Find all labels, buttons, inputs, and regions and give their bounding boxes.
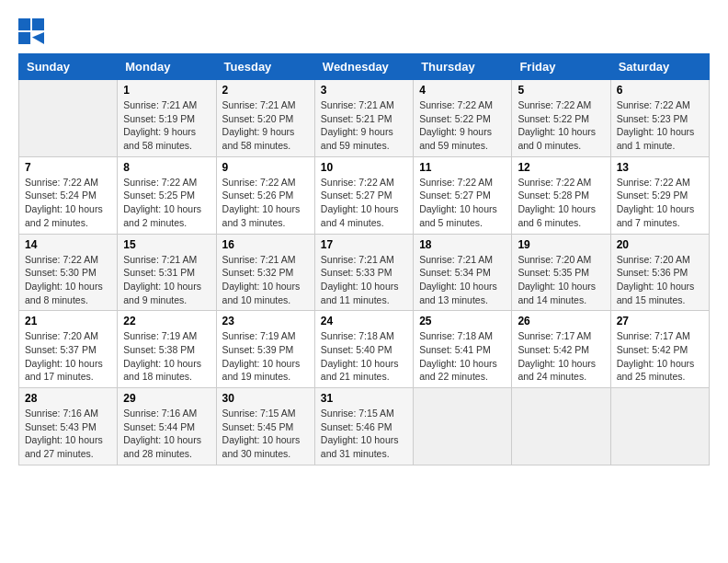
calendar-cell: 27Sunrise: 7:17 AM Sunset: 5:42 PM Dayli… [610,311,709,388]
calendar-cell: 5Sunrise: 7:22 AM Sunset: 5:22 PM Daylig… [512,80,610,157]
day-info: Sunrise: 7:22 AM Sunset: 5:27 PM Dayligh… [419,176,506,230]
day-info: Sunrise: 7:19 AM Sunset: 5:39 PM Dayligh… [222,329,309,384]
day-info: Sunrise: 7:17 AM Sunset: 5:42 PM Dayligh… [518,329,604,384]
calendar-cell: 13Sunrise: 7:22 AM Sunset: 5:29 PM Dayli… [610,156,709,234]
day-info: Sunrise: 7:16 AM Sunset: 5:44 PM Dayligh… [123,407,210,461]
day-number: 28 [25,392,111,405]
day-number: 5 [518,84,604,97]
day-number: 14 [25,238,111,251]
calendar-cell: 10Sunrise: 7:22 AM Sunset: 5:27 PM Dayli… [314,156,413,234]
day-info: Sunrise: 7:22 AM Sunset: 5:28 PM Dayligh… [518,176,604,230]
calendar-cell: 17Sunrise: 7:21 AM Sunset: 5:33 PM Dayli… [314,234,413,311]
day-number: 12 [518,161,604,174]
calendar-week-1: 1Sunrise: 7:21 AM Sunset: 5:19 PM Daylig… [19,80,710,157]
calendar-cell [19,80,118,157]
calendar-header-row: SundayMondayTuesdayWednesdayThursdayFrid… [19,54,710,80]
calendar-cell: 28Sunrise: 7:16 AM Sunset: 5:43 PM Dayli… [19,388,118,465]
calendar-cell: 20Sunrise: 7:20 AM Sunset: 5:36 PM Dayli… [610,234,709,311]
day-number: 26 [518,315,604,327]
calendar-cell: 14Sunrise: 7:22 AM Sunset: 5:30 PM Dayli… [19,234,118,311]
day-number: 13 [617,161,703,174]
day-info: Sunrise: 7:15 AM Sunset: 5:46 PM Dayligh… [321,407,407,461]
day-info: Sunrise: 7:21 AM Sunset: 5:34 PM Dayligh… [419,253,506,307]
day-info: Sunrise: 7:21 AM Sunset: 5:19 PM Dayligh… [123,98,210,153]
calendar-cell: 6Sunrise: 7:22 AM Sunset: 5:23 PM Daylig… [610,80,709,157]
day-number: 7 [25,161,111,174]
day-number: 20 [617,238,703,251]
calendar-cell: 18Sunrise: 7:21 AM Sunset: 5:34 PM Dayli… [414,234,512,311]
day-number: 30 [222,392,309,405]
calendar-cell: 30Sunrise: 7:15 AM Sunset: 5:45 PM Dayli… [216,388,314,465]
column-header-friday: Friday [512,54,610,80]
day-number: 17 [321,238,407,251]
calendar-cell: 7Sunrise: 7:22 AM Sunset: 5:24 PM Daylig… [19,156,118,234]
logo-icon [18,18,44,44]
day-number: 4 [419,84,506,97]
day-number: 22 [123,315,210,327]
day-number: 29 [123,392,210,405]
svg-rect-0 [18,18,30,30]
day-info: Sunrise: 7:18 AM Sunset: 5:40 PM Dayligh… [321,329,407,384]
day-info: Sunrise: 7:22 AM Sunset: 5:30 PM Dayligh… [25,253,111,307]
svg-marker-3 [32,32,44,44]
calendar-cell: 8Sunrise: 7:22 AM Sunset: 5:25 PM Daylig… [118,156,216,234]
day-info: Sunrise: 7:20 AM Sunset: 5:36 PM Dayligh… [617,253,703,307]
calendar-cell: 19Sunrise: 7:20 AM Sunset: 5:35 PM Dayli… [512,234,610,311]
day-number: 18 [419,238,506,251]
day-info: Sunrise: 7:18 AM Sunset: 5:41 PM Dayligh… [419,329,506,384]
day-number: 21 [25,315,111,327]
calendar-cell: 3Sunrise: 7:21 AM Sunset: 5:21 PM Daylig… [314,80,413,157]
day-number: 2 [222,84,309,97]
column-header-saturday: Saturday [610,54,709,80]
calendar-cell: 9Sunrise: 7:22 AM Sunset: 5:26 PM Daylig… [216,156,314,234]
day-number: 6 [617,84,703,97]
calendar-table: SundayMondayTuesdayWednesdayThursdayFrid… [18,53,710,465]
day-info: Sunrise: 7:17 AM Sunset: 5:42 PM Dayligh… [617,329,703,384]
column-header-wednesday: Wednesday [314,54,413,80]
calendar-week-2: 7Sunrise: 7:22 AM Sunset: 5:24 PM Daylig… [19,156,710,234]
day-info: Sunrise: 7:22 AM Sunset: 5:22 PM Dayligh… [518,98,604,153]
day-info: Sunrise: 7:22 AM Sunset: 5:22 PM Dayligh… [419,98,506,153]
logo [18,18,48,44]
day-number: 8 [123,161,210,174]
calendar-cell: 11Sunrise: 7:22 AM Sunset: 5:27 PM Dayli… [414,156,512,234]
day-info: Sunrise: 7:20 AM Sunset: 5:35 PM Dayligh… [518,253,604,307]
calendar-cell: 15Sunrise: 7:21 AM Sunset: 5:31 PM Dayli… [118,234,216,311]
page-header [18,18,710,44]
calendar-cell: 12Sunrise: 7:22 AM Sunset: 5:28 PM Dayli… [512,156,610,234]
column-header-tuesday: Tuesday [216,54,314,80]
calendar-cell: 23Sunrise: 7:19 AM Sunset: 5:39 PM Dayli… [216,311,314,388]
calendar-cell: 16Sunrise: 7:21 AM Sunset: 5:32 PM Dayli… [216,234,314,311]
calendar-cell: 31Sunrise: 7:15 AM Sunset: 5:46 PM Dayli… [314,388,413,465]
calendar-cell: 29Sunrise: 7:16 AM Sunset: 5:44 PM Dayli… [118,388,216,465]
day-number: 1 [123,84,210,97]
day-info: Sunrise: 7:22 AM Sunset: 5:27 PM Dayligh… [321,176,407,230]
day-number: 9 [222,161,309,174]
day-number: 16 [222,238,309,251]
day-number: 15 [123,238,210,251]
column-header-sunday: Sunday [19,54,118,80]
calendar-cell: 22Sunrise: 7:19 AM Sunset: 5:38 PM Dayli… [118,311,216,388]
day-number: 27 [617,315,703,327]
calendar-cell [414,388,512,465]
day-info: Sunrise: 7:21 AM Sunset: 5:33 PM Dayligh… [321,253,407,307]
day-info: Sunrise: 7:21 AM Sunset: 5:32 PM Dayligh… [222,253,309,307]
calendar-cell: 2Sunrise: 7:21 AM Sunset: 5:20 PM Daylig… [216,80,314,157]
day-number: 19 [518,238,604,251]
calendar-week-4: 21Sunrise: 7:20 AM Sunset: 5:37 PM Dayli… [19,311,710,388]
day-info: Sunrise: 7:22 AM Sunset: 5:24 PM Dayligh… [25,176,111,230]
calendar-cell: 26Sunrise: 7:17 AM Sunset: 5:42 PM Dayli… [512,311,610,388]
day-info: Sunrise: 7:21 AM Sunset: 5:20 PM Dayligh… [222,98,309,153]
calendar-week-3: 14Sunrise: 7:22 AM Sunset: 5:30 PM Dayli… [19,234,710,311]
calendar-cell [610,388,709,465]
day-info: Sunrise: 7:21 AM Sunset: 5:21 PM Dayligh… [321,98,407,153]
day-number: 3 [321,84,407,97]
calendar-cell: 1Sunrise: 7:21 AM Sunset: 5:19 PM Daylig… [118,80,216,157]
day-info: Sunrise: 7:22 AM Sunset: 5:26 PM Dayligh… [222,176,309,230]
column-header-thursday: Thursday [414,54,512,80]
day-info: Sunrise: 7:22 AM Sunset: 5:29 PM Dayligh… [617,176,703,230]
day-number: 25 [419,315,506,327]
calendar-cell: 25Sunrise: 7:18 AM Sunset: 5:41 PM Dayli… [414,311,512,388]
svg-rect-1 [32,18,44,30]
day-info: Sunrise: 7:20 AM Sunset: 5:37 PM Dayligh… [25,329,111,384]
